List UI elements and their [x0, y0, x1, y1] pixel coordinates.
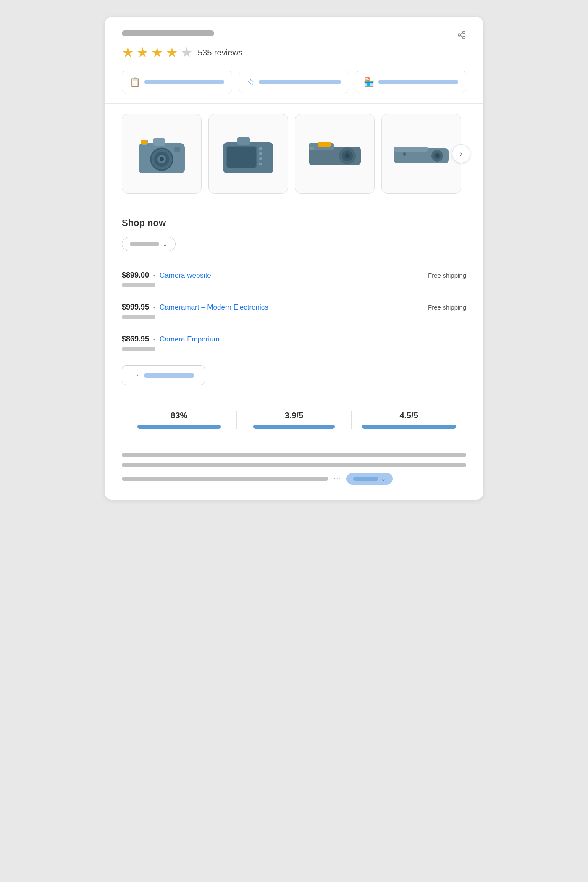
text-last-row: ··· ⌄ — [122, 473, 466, 485]
next-image-button[interactable]: › — [452, 144, 470, 163]
svg-point-13 — [160, 157, 164, 161]
svg-rect-25 — [318, 142, 331, 147]
svg-rect-29 — [310, 147, 314, 150]
shop-item-1-left: $899.00 • Camera website — [122, 271, 211, 280]
description-section: ··· ⌄ — [105, 441, 483, 500]
shop-item-2-shipping: Free shipping — [428, 304, 466, 311]
images-row — [122, 114, 466, 194]
cameramart-link[interactable]: Cameramart – Modern Electronics — [160, 303, 268, 312]
shop-item-2: $999.95 • Cameramart – Modern Electronic… — [122, 295, 466, 327]
arrow-right-icon: → — [132, 371, 140, 380]
svg-rect-16 — [237, 137, 250, 145]
shop-item-2-dot: • — [153, 304, 155, 311]
save-button[interactable]: ☆ — [239, 71, 349, 93]
camera-thumb-4[interactable] — [381, 114, 461, 194]
text-line-3 — [122, 477, 328, 481]
shop-item-1-sub — [122, 283, 155, 287]
star-icon: ☆ — [247, 77, 255, 87]
clipboard-icon: 📋 — [130, 77, 140, 87]
shop-item-2-sub — [122, 315, 155, 319]
camera-thumb-1[interactable] — [122, 114, 202, 194]
svg-rect-22 — [259, 163, 262, 165]
svg-rect-31 — [394, 147, 428, 152]
stat-2-value: 3.9/5 — [285, 411, 303, 420]
shop-item-3-price: $869.95 — [122, 335, 149, 344]
stat-item-1: 83% — [122, 411, 237, 429]
stats-section: 83% 3.9/5 4.5/5 — [105, 399, 483, 441]
stat-2-bar — [253, 425, 335, 429]
store-icon: 🏪 — [364, 77, 374, 87]
shop-item-3: $869.95 • Camera Emporium — [122, 327, 466, 359]
svg-rect-6 — [153, 138, 165, 146]
product-title-bar — [122, 30, 214, 36]
shop-item-1: $899.00 • Camera website Free shipping — [122, 263, 466, 295]
expand-chevron-icon: ⌄ — [381, 475, 386, 482]
shop-section: Shop now ⌄ $899.00 • Camera website Free… — [105, 204, 483, 399]
shop-item-1-dot: • — [153, 272, 155, 279]
shop-item-3-top: $869.95 • Camera Emporium — [122, 335, 466, 344]
shop-item-1-top: $899.00 • Camera website Free shipping — [122, 271, 466, 280]
save-label-bar — [259, 80, 341, 84]
svg-rect-18 — [227, 147, 256, 168]
star-4: ★ — [166, 45, 178, 60]
svg-rect-20 — [259, 152, 262, 155]
shop-item-3-left: $869.95 • Camera Emporium — [122, 335, 220, 344]
rating-row: ★ ★ ★ ★ ★ 535 reviews — [122, 45, 466, 60]
more-results-button[interactable]: → — [122, 365, 205, 385]
camera-thumb-3[interactable] — [295, 114, 375, 194]
shop-item-2-left: $999.95 • Cameramart – Modern Electronic… — [122, 303, 268, 312]
star-5: ★ — [181, 45, 193, 60]
camera-website-link[interactable]: Camera website — [160, 271, 211, 280]
stat-item-2: 3.9/5 — [237, 411, 352, 429]
camera-images-section: › — [105, 104, 483, 204]
stat-item-3: 4.5/5 — [352, 411, 466, 429]
shop-item-2-price: $999.95 — [122, 303, 149, 312]
expand-chip-button[interactable]: ⌄ — [346, 473, 393, 485]
specs-label-bar — [144, 80, 224, 84]
text-line-2 — [122, 463, 466, 467]
svg-rect-14 — [174, 147, 180, 152]
shop-item-2-top: $999.95 • Cameramart – Modern Electronic… — [122, 303, 466, 312]
filter-button[interactable]: ⌄ — [122, 237, 176, 251]
shop-item-3-sub — [122, 347, 155, 351]
stat-1-bar — [137, 425, 221, 429]
shop-item-3-dot: • — [153, 336, 155, 343]
svg-rect-19 — [259, 147, 262, 150]
camera-thumb-2[interactable] — [208, 114, 288, 194]
shop-now-title: Shop now — [122, 218, 466, 228]
text-line-1 — [122, 453, 466, 457]
share-icon[interactable] — [440, 17, 483, 55]
stat-3-bar — [362, 425, 456, 429]
store-label-bar — [378, 80, 458, 84]
more-label-bar — [144, 373, 194, 378]
stat-1-value: 83% — [171, 411, 187, 420]
svg-point-35 — [403, 152, 406, 156]
shop-item-1-price: $899.00 — [122, 271, 149, 280]
svg-point-34 — [436, 154, 439, 158]
svg-rect-21 — [259, 158, 262, 160]
specs-button[interactable]: 📋 — [122, 71, 232, 93]
star-3: ★ — [151, 45, 163, 60]
stat-3-value: 4.5/5 — [399, 411, 418, 420]
filter-chevron-icon: ⌄ — [163, 241, 168, 247]
camera-emporium-link[interactable]: Camera Emporium — [160, 335, 220, 344]
review-count: 535 reviews — [198, 48, 243, 58]
expand-chip-label-bar — [353, 477, 378, 481]
svg-line-4 — [460, 33, 463, 34]
store-button[interactable]: 🏪 — [356, 71, 466, 93]
svg-point-28 — [345, 153, 350, 158]
star-1: ★ — [122, 45, 134, 60]
star-2: ★ — [136, 45, 149, 60]
ellipsis-label: ··· — [333, 475, 341, 483]
action-buttons-row: 📋 ☆ 🏪 — [122, 71, 466, 93]
svg-line-3 — [460, 35, 463, 37]
shop-item-1-shipping: Free shipping — [428, 272, 466, 279]
svg-rect-9 — [141, 140, 147, 144]
filter-label-bar — [130, 242, 159, 246]
